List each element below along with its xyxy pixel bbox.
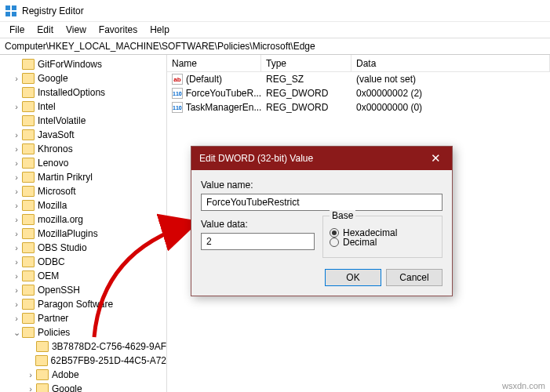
tree-node[interactable]: ›OEM bbox=[0, 269, 166, 283]
tree-node[interactable]: IntelVolatile bbox=[0, 114, 166, 128]
tree-node-label: Intel bbox=[38, 101, 56, 112]
folder-icon bbox=[22, 270, 35, 281]
tree-node-label: Paragon Software bbox=[38, 299, 113, 310]
tree-node[interactable]: ›JavaSoft bbox=[0, 128, 166, 142]
value-name: ForceYouTubeR... bbox=[186, 88, 261, 99]
menu-help[interactable]: Help bbox=[144, 23, 176, 37]
tree-node-label: Google bbox=[52, 383, 82, 392]
tree-node[interactable]: ›Lenovo bbox=[0, 156, 166, 170]
string-value-icon: ab bbox=[172, 74, 183, 85]
tree-node[interactable]: ›MozillaPlugins bbox=[0, 227, 166, 241]
radio-icon bbox=[330, 238, 339, 247]
tree-node[interactable]: ›Partner bbox=[0, 311, 166, 325]
registry-tree[interactable]: GitForWindows›GoogleInstalledOptions›Int… bbox=[0, 55, 167, 392]
chevron-right-icon[interactable]: › bbox=[11, 229, 22, 238]
tree-node[interactable]: GitForWindows bbox=[0, 57, 166, 71]
chevron-right-icon[interactable]: › bbox=[11, 243, 22, 252]
chevron-right-icon[interactable]: › bbox=[11, 201, 22, 210]
tree-node[interactable]: 3B7878D2-C756-4629-9AF bbox=[0, 339, 166, 354]
dialog-close-button[interactable]: ✕ bbox=[419, 147, 452, 170]
col-name[interactable]: Name bbox=[167, 55, 261, 71]
tree-node[interactable]: ›ODBC bbox=[0, 255, 166, 269]
chevron-right-icon[interactable]: › bbox=[11, 102, 22, 111]
folder-icon bbox=[22, 327, 35, 338]
chevron-right-icon[interactable]: › bbox=[11, 271, 22, 281]
dialog-titlebar[interactable]: Edit DWORD (32-bit) Value ✕ bbox=[191, 147, 452, 170]
menu-edit[interactable]: Edit bbox=[31, 23, 60, 37]
radio-decimal[interactable]: Decimal bbox=[330, 237, 435, 248]
tree-node[interactable]: ›OpenSSH bbox=[0, 283, 166, 297]
tree-node-label: Partner bbox=[38, 313, 68, 324]
menubar: File Edit View Favorites Help bbox=[0, 22, 550, 38]
tree-node[interactable]: ›Mozilla bbox=[0, 198, 166, 212]
folder-icon bbox=[36, 341, 49, 352]
chevron-right-icon[interactable]: › bbox=[11, 74, 22, 83]
close-icon: ✕ bbox=[431, 151, 441, 165]
value-name-input[interactable] bbox=[201, 194, 443, 211]
address-bar bbox=[0, 38, 550, 55]
list-item[interactable]: 110ForceYouTubeR...REG_DWORD0x00000002 (… bbox=[167, 86, 550, 100]
dialog-buttons: OK Cancel bbox=[201, 269, 443, 286]
chevron-right-icon[interactable]: › bbox=[25, 370, 36, 379]
list-item[interactable]: ab(Default)REG_SZ(value not set) bbox=[167, 72, 550, 86]
tree-node-label: 62B57FB9-251D-44C5-A72 bbox=[51, 355, 166, 366]
chevron-right-icon[interactable]: › bbox=[11, 172, 22, 182]
col-data[interactable]: Data bbox=[351, 55, 550, 71]
chevron-right-icon[interactable]: › bbox=[11, 285, 22, 295]
edit-dword-dialog: Edit DWORD (32-bit) Value ✕ Value name: … bbox=[191, 146, 453, 296]
chevron-right-icon[interactable]: › bbox=[11, 158, 22, 168]
folder-icon bbox=[22, 299, 35, 310]
address-input[interactable] bbox=[0, 38, 550, 54]
folder-icon bbox=[22, 313, 35, 324]
tree-node[interactable]: ›Google bbox=[0, 71, 166, 85]
tree-node-label: JavaSoft bbox=[38, 129, 75, 140]
folder-icon bbox=[22, 101, 35, 112]
svg-rect-1 bbox=[12, 5, 16, 10]
base-group: Base Hexadecimal Decimal bbox=[322, 216, 443, 258]
chevron-right-icon[interactable]: › bbox=[11, 130, 22, 140]
chevron-right-icon[interactable]: › bbox=[25, 384, 36, 392]
col-type[interactable]: Type bbox=[261, 55, 351, 71]
value-data-input[interactable] bbox=[201, 233, 315, 250]
tree-node-label: Microsoft bbox=[38, 186, 76, 197]
tree-node[interactable]: ›Google bbox=[0, 382, 166, 392]
chevron-down-icon[interactable]: ⌄ bbox=[11, 328, 22, 338]
tree-node[interactable]: ›Intel bbox=[0, 100, 166, 114]
tree-node[interactable]: ›Khronos bbox=[0, 142, 166, 156]
value-data: (value not set) bbox=[351, 74, 550, 85]
chevron-right-icon[interactable]: › bbox=[11, 314, 22, 323]
tree-node-label: ODBC bbox=[38, 256, 65, 267]
tree-node-label: Mozilla bbox=[38, 200, 67, 211]
menu-favorites[interactable]: Favorites bbox=[93, 23, 144, 37]
chevron-right-icon[interactable]: › bbox=[11, 144, 22, 154]
chevron-right-icon[interactable]: › bbox=[11, 257, 22, 267]
chevron-right-icon[interactable]: › bbox=[11, 215, 22, 224]
tree-node[interactable]: ›Adobe bbox=[0, 368, 166, 382]
chevron-right-icon[interactable]: › bbox=[11, 187, 22, 196]
ok-button[interactable]: OK bbox=[325, 269, 381, 286]
tree-node[interactable]: ›Martin Prikryl bbox=[0, 170, 166, 184]
menu-view[interactable]: View bbox=[60, 23, 93, 37]
tree-node[interactable]: ›mozilla.org bbox=[0, 212, 166, 227]
tree-node[interactable]: ⌄Policies bbox=[0, 325, 166, 339]
tree-node[interactable]: ›Microsoft bbox=[0, 184, 166, 198]
cancel-button[interactable]: Cancel bbox=[386, 269, 443, 286]
tree-node-label: OEM bbox=[38, 270, 59, 281]
regedit-icon bbox=[5, 5, 17, 17]
menu-file[interactable]: File bbox=[3, 23, 31, 37]
dialog-body: Value name: Value data: Base Hexadecimal… bbox=[191, 170, 452, 296]
tree-node[interactable]: ›Paragon Software bbox=[0, 297, 166, 311]
folder-icon bbox=[36, 383, 49, 392]
tree-node[interactable]: InstalledOptions bbox=[0, 85, 166, 100]
tree-node-label: Khronos bbox=[38, 143, 73, 154]
tree-node[interactable]: ›OBS Studio bbox=[0, 241, 166, 255]
base-legend: Base bbox=[330, 210, 355, 221]
chevron-right-icon[interactable]: › bbox=[11, 299, 22, 309]
folder-icon bbox=[22, 228, 35, 239]
tree-node-label: OBS Studio bbox=[38, 242, 87, 253]
list-item[interactable]: 110TaskManagerEn...REG_DWORD0x00000000 (… bbox=[167, 100, 550, 114]
tree-node[interactable]: 62B57FB9-251D-44C5-A72 bbox=[0, 354, 166, 368]
folder-icon bbox=[36, 369, 49, 380]
value-type: REG_DWORD bbox=[261, 88, 351, 99]
folder-icon bbox=[22, 158, 35, 169]
